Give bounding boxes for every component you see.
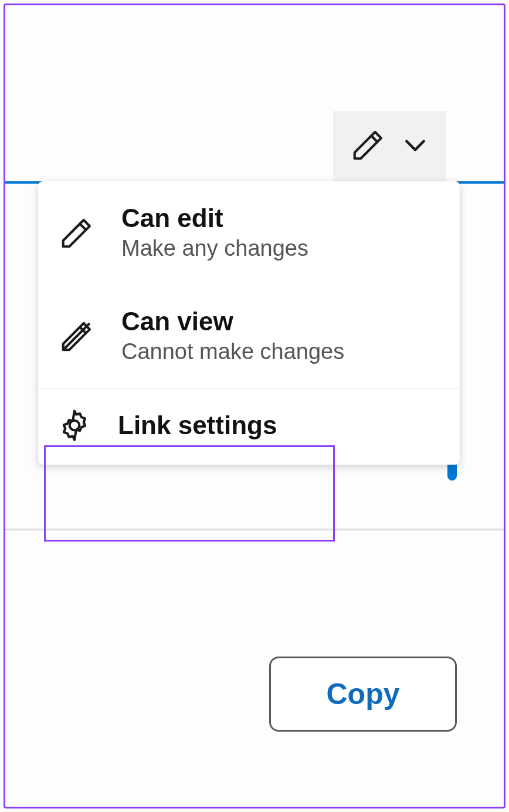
svg-line-0 — [65, 324, 89, 348]
link-settings-item[interactable]: Link settings — [38, 388, 460, 465]
permission-dropdown: Can edit Make any changes Can view Canno… — [38, 181, 460, 465]
link-settings-label: Link settings — [118, 411, 277, 440]
pencil-disabled-icon — [56, 318, 98, 354]
app-frame: Can edit Make any changes Can view Canno… — [4, 4, 505, 808]
pencil-icon — [56, 215, 98, 251]
option-can-edit[interactable]: Can edit Make any changes — [38, 181, 460, 285]
pencil-icon — [350, 127, 386, 165]
svg-point-1 — [70, 421, 80, 431]
option-title: Can view — [121, 308, 344, 335]
chevron-down-icon — [401, 130, 430, 162]
permission-dropdown-trigger[interactable] — [333, 111, 446, 181]
section-divider — [5, 529, 504, 530]
copy-button[interactable]: Copy — [269, 657, 457, 732]
copy-button-label: Copy — [327, 677, 400, 711]
option-desc: Make any changes — [121, 236, 308, 261]
option-can-view[interactable]: Can view Cannot make changes — [38, 285, 460, 388]
gear-icon — [53, 407, 96, 444]
option-desc: Cannot make changes — [121, 340, 344, 364]
option-title: Can edit — [121, 205, 308, 232]
